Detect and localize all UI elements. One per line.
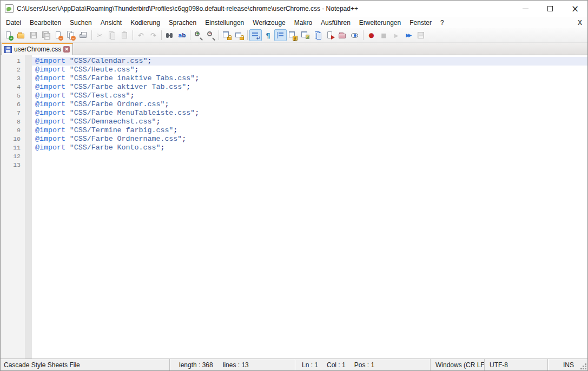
css-string-token: "CSS/Farbe Konto.css": [70, 144, 161, 152]
lines-label: lines : 13: [223, 361, 249, 369]
line-number[interactable]: 5: [1, 92, 25, 100]
show-all-characters-button[interactable]: ¶: [262, 29, 274, 41]
document-map-button[interactable]: [299, 29, 312, 41]
tab-close-icon[interactable]: ✕: [63, 46, 70, 53]
code-text[interactable]: @import "CSS/Termine farbig.css";: [32, 126, 587, 135]
css-punct-token: ;: [164, 100, 169, 108]
new-file-button[interactable]: +: [3, 29, 15, 41]
line-number[interactable]: 4: [1, 83, 25, 92]
code-text[interactable]: @import "CSS/Farbe MenuTableiste.css";: [32, 109, 587, 118]
menu-item-makro[interactable]: Makro: [290, 17, 316, 28]
zoom-out-button[interactable]: −: [204, 29, 217, 41]
code-line-9[interactable]: 9@import "CSS/Termine farbig.css";: [1, 126, 587, 135]
line-number[interactable]: 11: [1, 144, 25, 152]
zoom-in-button[interactable]: +: [192, 29, 204, 41]
menu-item-sprachen[interactable]: Sprachen: [164, 17, 201, 28]
status-encoding[interactable]: UTF-8: [485, 359, 548, 370]
menu-item-suchen[interactable]: Suchen: [65, 17, 96, 28]
code-line-6[interactable]: 6@import "CSS/Farbe Ordner.css";: [1, 100, 587, 109]
replace-button[interactable]: ab: [176, 29, 188, 41]
code-text[interactable]: @import "CSS/Calendar.css";: [32, 57, 587, 66]
document-list-button[interactable]: [312, 29, 324, 41]
fold-margin: [25, 100, 32, 109]
code-line-5[interactable]: 5@import "CSS/Test.css";: [1, 92, 587, 100]
code-text[interactable]: [32, 161, 587, 170]
macro-run-multiple-button[interactable]: ▶▶: [402, 29, 415, 41]
code-text[interactable]: @import "CSS/Farbe Ordnername.css";: [32, 135, 587, 144]
sync-scroll-vertical-button[interactable]: [221, 29, 233, 41]
code-line-7[interactable]: 7@import "CSS/Farbe MenuTableiste.css";: [1, 109, 587, 118]
minimize-button[interactable]: [513, 1, 538, 17]
code-line-2[interactable]: 2@import "CSS/Heute.css";: [1, 66, 587, 74]
code-line-13[interactable]: 13: [1, 161, 587, 170]
status-insert-mode[interactable]: INS: [548, 359, 587, 370]
line-number[interactable]: 7: [1, 109, 25, 118]
fold-margin: [25, 83, 32, 92]
tab-userchrome-css[interactable]: userChrome.css ✕: [2, 43, 73, 55]
monitoring-eye-button[interactable]: [349, 29, 361, 41]
maximize-button[interactable]: [538, 1, 563, 17]
function-list-button[interactable]: ƒ: [287, 29, 299, 41]
menu-item-datei[interactable]: Datei: [2, 17, 25, 28]
menu-item-werkzeuge[interactable]: Werkzeuge: [248, 17, 289, 28]
code-text[interactable]: @import "CSS/Farbe Ordner.css";: [32, 100, 587, 109]
line-number[interactable]: 13: [1, 161, 25, 170]
resize-grip[interactable]: [585, 368, 586, 369]
length-label: length : 368: [179, 361, 213, 369]
fold-margin: [25, 74, 32, 83]
word-wrap-button[interactable]: ↵: [249, 29, 262, 41]
code-line-8[interactable]: 8@import "CSS/Demnaechst.css";: [1, 118, 587, 126]
code-text[interactable]: @import "CSS/Demnaechst.css";: [32, 118, 587, 126]
code-line-10[interactable]: 10@import "CSS/Farbe Ordnername.css";: [1, 135, 587, 144]
launch-run-button[interactable]: [324, 29, 336, 41]
code-text[interactable]: @import "CSS/Heute.css";: [32, 66, 587, 74]
folder-as-workspace-button[interactable]: [336, 29, 349, 41]
line-number[interactable]: 10: [1, 135, 25, 144]
code-text[interactable]: @import "CSS/Farbe inaktive Tabs.css";: [32, 74, 587, 83]
menu-item-fenster[interactable]: Fenster: [405, 17, 436, 28]
menu-item-erweiterungen[interactable]: Erweiterungen: [355, 17, 405, 28]
code-line-12[interactable]: 12: [1, 152, 587, 161]
menubar-close-document-button[interactable]: X: [578, 17, 582, 28]
menu-item-ansicht[interactable]: Ansicht: [96, 17, 126, 28]
code-editor[interactable]: 1@import "CSS/Calendar.css";2@import "CS…: [1, 55, 587, 359]
code-line-3[interactable]: 3@import "CSS/Farbe inaktive Tabs.css";: [1, 74, 587, 83]
status-bar: Cascade Style Sheets File length : 368 l…: [1, 359, 587, 370]
menubar-items: DateiBearbeitenSuchenAnsichtKodierungSpr…: [1, 17, 448, 28]
menu-item-help[interactable]: ?: [436, 17, 448, 28]
code-line-4[interactable]: 4@import "CSS/Farbe aktiver Tab.css";: [1, 83, 587, 92]
macro-record-button[interactable]: ●: [365, 29, 378, 41]
css-directive-token: @import: [35, 100, 65, 108]
status-eol-format[interactable]: Windows (CR LF): [431, 359, 485, 370]
fold-margin: [25, 57, 32, 66]
menu-item-bearbeiten[interactable]: Bearbeiten: [25, 17, 65, 28]
find-button[interactable]: [163, 29, 176, 41]
line-number[interactable]: 2: [1, 66, 25, 74]
line-number[interactable]: 12: [1, 152, 25, 161]
css-string-token: "CSS/Demnaechst.css": [70, 118, 156, 126]
print-icon: [79, 31, 88, 40]
code-line-1[interactable]: 1@import "CSS/Calendar.css";: [1, 57, 587, 66]
line-number[interactable]: 3: [1, 74, 25, 83]
code-line-11[interactable]: 11@import "CSS/Farbe Konto.css";: [1, 144, 587, 152]
code-text[interactable]: @import "CSS/Farbe aktiver Tab.css";: [32, 83, 587, 92]
print-button[interactable]: [77, 29, 90, 41]
code-text[interactable]: @import "CSS/Test.css";: [32, 92, 587, 100]
line-number[interactable]: 8: [1, 118, 25, 126]
menu-item-ausführen[interactable]: Ausführen: [316, 17, 355, 28]
close-all-button[interactable]: −: [65, 29, 77, 41]
code-text[interactable]: [32, 152, 587, 161]
menu-item-kodierung[interactable]: Kodierung: [126, 17, 164, 28]
macro-stop-icon: ■: [379, 31, 388, 40]
indent-guide-button[interactable]: [274, 29, 287, 41]
line-number[interactable]: 6: [1, 100, 25, 109]
line-number[interactable]: 1: [1, 57, 25, 66]
menu-item-einstellungen[interactable]: Einstellungen: [201, 17, 248, 28]
close-button[interactable]: ×: [563, 1, 587, 17]
open-file-button[interactable]: [15, 29, 28, 41]
line-number[interactable]: 9: [1, 126, 25, 135]
code-text[interactable]: @import "CSS/Farbe Konto.css";: [32, 144, 587, 152]
minimize-icon: [523, 9, 528, 9]
close-file-button[interactable]: −: [52, 29, 65, 41]
sync-scroll-horizontal-button[interactable]: [233, 29, 246, 41]
